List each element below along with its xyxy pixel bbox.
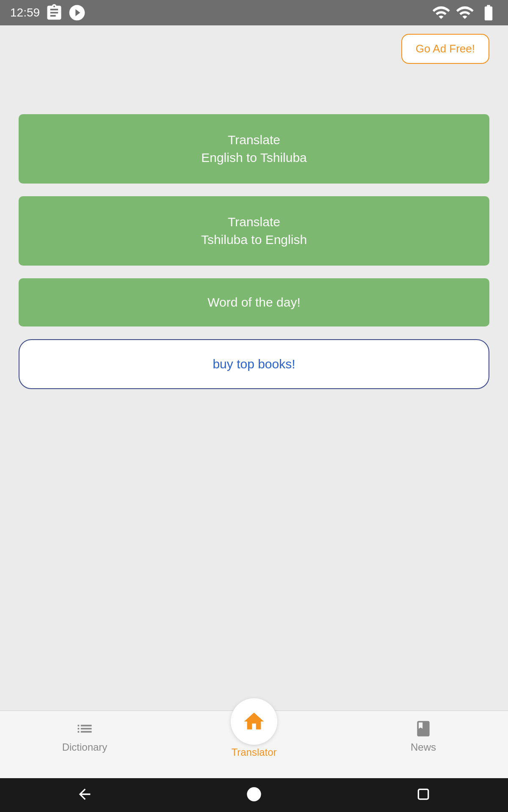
status-bar-right	[432, 3, 498, 22]
android-home-button[interactable]	[246, 786, 262, 804]
signal-icon	[456, 3, 474, 22]
main-content: Go Ad Free! Translate English to Tshilub…	[0, 25, 508, 710]
nav-dictionary-label: Dictionary	[62, 741, 108, 753]
android-nav-bar	[0, 778, 508, 812]
translator-fab	[231, 698, 277, 745]
nav-item-news[interactable]: News	[339, 715, 508, 753]
clipboard-icon	[45, 3, 64, 22]
status-bar: 12:59	[0, 0, 508, 25]
home-icon	[242, 710, 266, 733]
translate-tsh-eng-line1: Translate	[228, 215, 280, 229]
buttons-container: Translate English to Tshiluba Translate …	[19, 114, 489, 389]
nav-item-translator[interactable]: Translator	[169, 698, 339, 758]
svg-point-0	[247, 787, 261, 801]
list-icon	[75, 719, 94, 738]
status-bar-left: 12:59	[10, 3, 86, 22]
bottom-navigation: Dictionary Translator News	[0, 710, 508, 778]
news-icon	[414, 719, 433, 738]
translate-eng-tsh-line1: Translate	[228, 133, 280, 147]
translate-eng-tsh-line2: English to Tshiluba	[27, 149, 481, 167]
nav-item-dictionary[interactable]: Dictionary	[0, 715, 169, 753]
nav-translator-label: Translator	[231, 746, 276, 758]
translate-tsh-eng-line2: Tshiluba to English	[27, 231, 481, 249]
profile-icon	[68, 3, 86, 22]
wifi-icon	[432, 3, 450, 22]
status-left-icons	[45, 3, 86, 22]
nav-news-label: News	[411, 741, 436, 753]
go-ad-free-button[interactable]: Go Ad Free!	[401, 34, 489, 64]
android-recents-button[interactable]	[415, 786, 432, 804]
word-of-day-button[interactable]: Word of the day!	[19, 278, 489, 326]
translate-tsh-to-eng-button[interactable]: Translate Tshiluba to English	[19, 196, 489, 266]
android-back-button[interactable]	[76, 786, 93, 804]
battery-icon	[479, 3, 498, 22]
status-time: 12:59	[10, 6, 40, 19]
buy-books-button[interactable]: buy top books!	[19, 339, 489, 389]
translate-eng-to-tsh-button[interactable]: Translate English to Tshiluba	[19, 114, 489, 184]
svg-rect-1	[418, 789, 428, 799]
